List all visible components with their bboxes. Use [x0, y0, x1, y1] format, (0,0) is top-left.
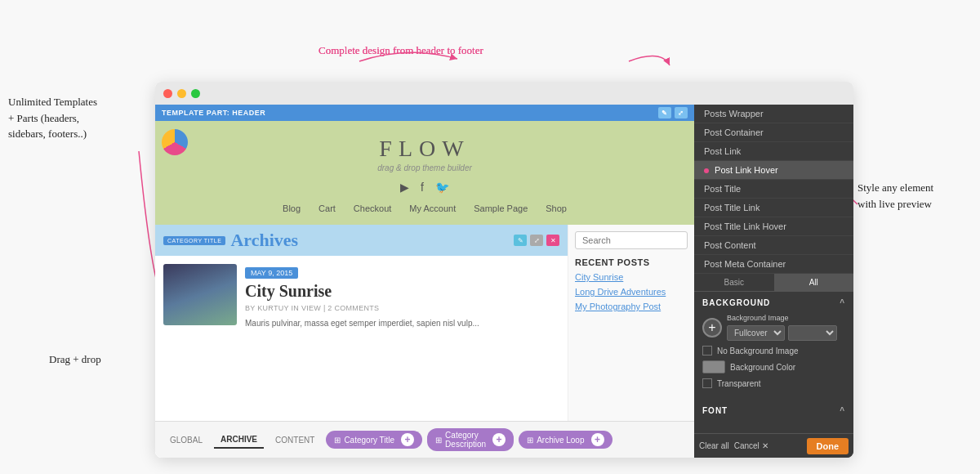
facebook-icon[interactable]: f: [421, 181, 424, 194]
post-byline: BY KURTUY IN VIEW | 2 COMMENTS: [245, 304, 479, 312]
search-input[interactable]: [575, 231, 688, 249]
post-content-area: MAY 9, 2015 City Sunrise BY KURTUY IN VI…: [245, 264, 479, 329]
archive-close-icon[interactable]: ✕: [546, 235, 559, 246]
site-title: FLOW: [155, 136, 694, 162]
tag-add-3[interactable]: +: [591, 433, 604, 446]
clear-all-button[interactable]: Clear all: [699, 441, 729, 450]
youtube-icon[interactable]: ▶: [400, 181, 409, 194]
archive-move-icon[interactable]: ⤢: [530, 235, 543, 246]
bg-color-swatch[interactable]: [702, 360, 725, 373]
twitter-icon[interactable]: 🐦: [435, 181, 449, 194]
tag-category-description[interactable]: ⊞ CategoryDescription +: [427, 428, 514, 451]
browser-window: TEMPLATE PART: HEADER ✎ ⤢ FLOW drag & dr…: [155, 82, 853, 458]
bg-image-secondary-select[interactable]: [788, 325, 837, 341]
tab-content[interactable]: CONTENT: [269, 432, 321, 448]
panel-background-section: BACKGROUND ^ + Background Image Fullcove…: [694, 292, 853, 400]
tag-label-2: CategoryDescription: [445, 431, 486, 449]
panel-item-post-title[interactable]: Post Title: [694, 180, 853, 199]
panel-action-bar: Clear all Cancel ✕ Done: [694, 433, 853, 458]
template-edit-icon[interactable]: ✎: [658, 107, 671, 118]
browser-titlebar: [155, 82, 853, 105]
bg-image-row: + Background Image Fullcover: [702, 314, 845, 341]
annotation-bottom-left: Drag + drop: [49, 351, 101, 368]
site-social-links: ▶ f 🐦: [155, 181, 694, 194]
site-hero: FLOW drag & drop theme builder ▶ f 🐦 Blo…: [155, 121, 694, 225]
site-nav: Blog Cart Checkout My Account Sample Pag…: [155, 203, 694, 213]
background-chevron[interactable]: ^: [840, 298, 845, 307]
site-tagline: drag & drop theme builder: [155, 163, 694, 172]
template-header-icons: ✎ ⤢: [658, 107, 688, 118]
done-button[interactable]: Done: [807, 438, 849, 454]
nav-blog[interactable]: Blog: [283, 203, 301, 213]
tab-archive[interactable]: ARCHIVE: [214, 432, 264, 449]
nav-checkout[interactable]: Checkout: [354, 203, 391, 213]
tag-archive-loop[interactable]: ⊞ Archive Loop +: [519, 431, 612, 449]
maximize-dot[interactable]: [191, 89, 200, 98]
bottom-tab-bar: GLOBAL ARCHIVE CONTENT ⊞ Category Title …: [155, 421, 694, 458]
transparent-checkbox[interactable]: [702, 378, 712, 388]
panel-item-post-title-link[interactable]: Post Title Link: [694, 199, 853, 217]
panel-item-post-link[interactable]: Post Link: [694, 142, 853, 161]
nav-shop[interactable]: Shop: [546, 203, 567, 213]
template-expand-icon[interactable]: ⤢: [675, 107, 688, 118]
post-item: MAY 9, 2015 City Sunrise BY KURTUY IN VI…: [155, 256, 568, 338]
tag-category-title[interactable]: ⊞ Category Title +: [326, 431, 422, 449]
close-dot[interactable]: [163, 89, 172, 98]
nav-samplepage[interactable]: Sample Page: [474, 203, 528, 213]
tag-add-1[interactable]: +: [401, 433, 414, 446]
annotation-header-footer: Complete design from header to footer: [318, 42, 483, 59]
bg-image-select[interactable]: Fullcover: [727, 325, 785, 341]
nav-cart[interactable]: Cart: [318, 203, 336, 213]
panel-item-post-meta-container[interactable]: Post Meta Container: [694, 255, 853, 274]
post-excerpt: Mauris pulvinar, massa eget semper imper…: [245, 317, 479, 329]
font-chevron[interactable]: ^: [840, 406, 845, 415]
tag-add-2[interactable]: +: [492, 433, 506, 446]
post-date: MAY 9, 2015: [245, 267, 298, 279]
panel-item-post-title-link-hover[interactable]: Post Title Link Hover: [694, 217, 853, 236]
bg-color-row: Background Color: [702, 360, 845, 373]
panel-tab-basic[interactable]: Basic: [694, 274, 774, 291]
sidebar-link-3[interactable]: My Photography Post: [575, 302, 688, 311]
minimize-dot[interactable]: [177, 89, 186, 98]
archive-header-bar: CATEGORY TITLE Archives ✎ ⤢ ✕: [155, 225, 568, 256]
background-section-title: BACKGROUND ^: [702, 298, 845, 307]
no-bg-checkbox[interactable]: [702, 346, 712, 356]
panel-item-post-container[interactable]: Post Container: [694, 123, 853, 142]
archive-label: CATEGORY TITLE: [163, 236, 225, 245]
tag-icon-3: ⊞: [527, 436, 533, 445]
template-header-bar: TEMPLATE PART: HEADER ✎ ⤢: [155, 105, 694, 121]
no-bg-row: No Background Image: [702, 346, 845, 356]
panel-tab-all[interactable]: All: [774, 274, 854, 291]
active-indicator: [704, 168, 709, 173]
post-title[interactable]: City Sunrise: [245, 282, 479, 301]
sidebar-recent-posts-title: RECENT POSTS: [575, 257, 688, 267]
tab-global[interactable]: GLOBAL: [163, 432, 209, 448]
tag-icon-1: ⊞: [334, 436, 341, 445]
no-bg-label: No Background Image: [717, 347, 799, 356]
post-thumbnail-image: [163, 264, 237, 325]
archive-title-area: CATEGORY TITLE Archives: [163, 230, 298, 251]
tag-icon-2: ⊞: [435, 436, 442, 445]
cancel-button[interactable]: Cancel ✕: [734, 441, 768, 450]
archive-edit-icon[interactable]: ✎: [514, 235, 527, 246]
archive-title: Archives: [230, 230, 298, 251]
panel-item-post-link-hover[interactable]: Post Link Hover: [694, 161, 853, 180]
sidebar-link-1[interactable]: City Sunrise: [575, 272, 688, 282]
annotation-right: Style any elementwith live preview: [858, 180, 972, 212]
bg-color-label: Background Color: [730, 363, 795, 372]
sidebar-link-2[interactable]: Long Drive Adventures: [575, 287, 688, 297]
annotation-top-left: Unlimited Templates+ Parts (headers,side…: [8, 94, 147, 142]
nav-myaccount[interactable]: My Account: [409, 203, 456, 213]
post-thumbnail: [163, 264, 237, 325]
bg-image-label: Background Image: [727, 314, 845, 322]
panel-item-post-content[interactable]: Post Content: [694, 236, 853, 255]
font-section-header: FONT ^: [694, 400, 853, 422]
panel-tabs: Basic All: [694, 274, 853, 292]
site-logo: [162, 129, 188, 155]
transparent-label: Transparent: [717, 379, 761, 388]
panel-item-posts-wrapper[interactable]: Posts Wrapper: [694, 105, 853, 123]
template-part-label: TEMPLATE PART: HEADER: [162, 109, 265, 117]
style-panel: Posts Wrapper Post Container Post Link P…: [694, 105, 853, 458]
bg-image-add-btn[interactable]: +: [702, 318, 722, 338]
tag-label-3: Archive Loop: [537, 436, 584, 445]
